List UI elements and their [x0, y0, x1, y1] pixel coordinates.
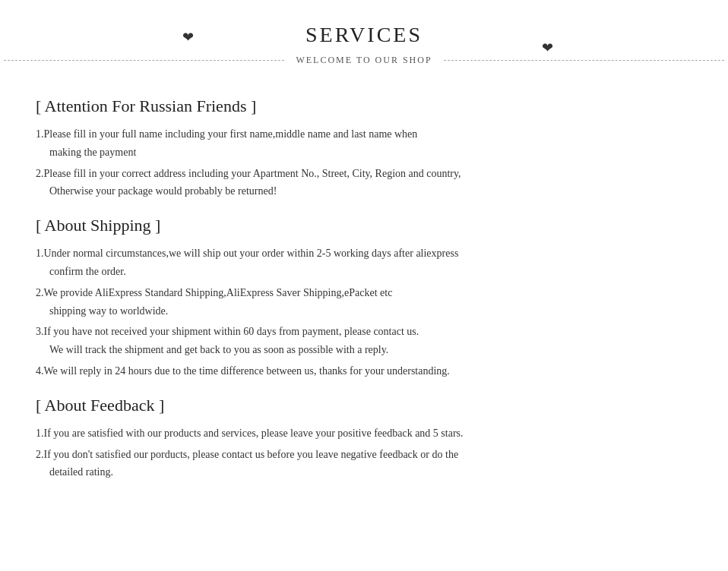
header-divider: WELCOME TO OUR SHOP — [0, 55, 728, 66]
list-item-indent: detailed rating. — [36, 463, 692, 481]
section-title-about-shipping: [ About Shipping ] — [36, 216, 692, 235]
list-item: 1.Under normal circumstances,we will shi… — [36, 244, 692, 281]
sections-container: [ Attention For Russian Friends ]1.Pleas… — [36, 96, 692, 481]
page-title: SERVICES — [0, 23, 728, 47]
list-item-indent: making the payment — [36, 144, 692, 162]
section-list-about-feedback: 1.If you are satisfied with our products… — [36, 424, 692, 481]
section-title-russian-friends: [ Attention For Russian Friends ] — [36, 96, 692, 116]
list-item-indent: confirm the order. — [36, 263, 692, 281]
list-item: 2.Please fill in your correct address in… — [36, 165, 692, 201]
page-header: ❤ ❤ SERVICES WELCOME TO OUR SHOP — [0, 15, 728, 66]
divider-line-right — [444, 60, 724, 61]
list-item: 1.If you are satisfied with our products… — [36, 424, 692, 443]
list-item: 2.If you don't satisfied our porducts, p… — [36, 446, 692, 482]
list-item: 4.We will reply in 24 hours due to the t… — [36, 362, 692, 380]
section-about-shipping: [ About Shipping ]1.Under normal circums… — [36, 216, 692, 380]
section-list-about-shipping: 1.Under normal circumstances,we will shi… — [36, 244, 692, 380]
list-item-indent: shipping way to worldwide. — [36, 302, 692, 320]
list-item-indent: We will track the shipment and get back … — [36, 341, 692, 359]
section-about-feedback: [ About Feedback ]1.If you are satisfied… — [36, 396, 692, 481]
heart-left-icon: ❤ — [182, 29, 194, 46]
header-subtitle: WELCOME TO OUR SHOP — [288, 55, 439, 66]
heart-right-icon: ❤ — [542, 39, 553, 56]
main-content: [ Attention For Russian Friends ]1.Pleas… — [0, 66, 728, 512]
divider-line-left — [4, 60, 284, 61]
section-title-about-feedback: [ About Feedback ] — [36, 396, 692, 415]
list-item: 1.Please fill in your full name includin… — [36, 125, 692, 162]
list-item: 3.If you have not received your shipment… — [36, 323, 692, 359]
list-item: 2.We provide AliExpress Standard Shippin… — [36, 284, 692, 320]
section-list-russian-friends: 1.Please fill in your full name includin… — [36, 125, 692, 200]
page-wrapper: ❤ ❤ SERVICES WELCOME TO OUR SHOP [ Atten… — [0, 0, 728, 542]
section-russian-friends: [ Attention For Russian Friends ]1.Pleas… — [36, 96, 692, 200]
list-item-indent: Otherwise your package would probably be… — [36, 182, 692, 200]
